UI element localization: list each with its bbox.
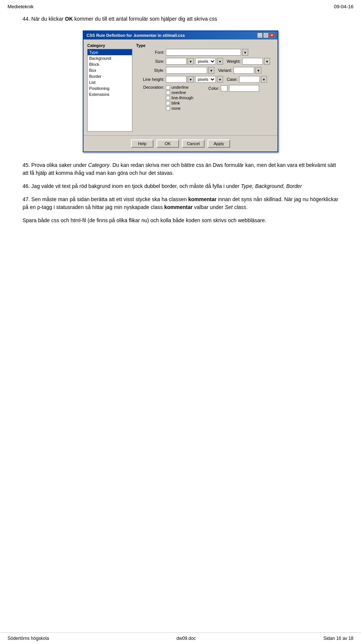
- category-item-border[interactable]: Border: [88, 73, 132, 79]
- dialog-body: Category Type Background Block Box Borde…: [83, 39, 278, 135]
- category-list: Type Background Block Box Border List Po…: [87, 49, 132, 132]
- close-button[interactable]: ✕: [269, 33, 275, 38]
- linethrough-checkbox[interactable]: [166, 96, 170, 100]
- para47-text: Sen måste man på sidan berätta att ett v…: [31, 196, 188, 202]
- para47-text4: .: [246, 204, 248, 210]
- maximize-button[interactable]: □: [263, 33, 268, 38]
- category-item-background[interactable]: Background: [88, 55, 132, 61]
- footer-left: Södertörns högskola: [8, 636, 49, 641]
- variant-dropdown-arrow[interactable]: ▼: [255, 67, 261, 74]
- para46-num: 46.: [23, 183, 30, 189]
- overline-label: overline: [171, 90, 186, 95]
- font-label: Font:: [136, 50, 164, 55]
- header-left: Medieteknik: [8, 4, 33, 9]
- main-content: 44. När du klickar OK kommer du till ett…: [0, 11, 361, 252]
- para46-italic: Type, Background, Border: [241, 183, 302, 189]
- size-unit-select[interactable]: pixels: [195, 58, 216, 65]
- category-item-box[interactable]: Box: [88, 67, 132, 73]
- style-row: Style: ▼ Variant: ▼: [136, 67, 274, 74]
- style-dropdown-arrow[interactable]: ▼: [208, 67, 214, 74]
- style-input[interactable]: [166, 67, 207, 74]
- paragraph-44: 44. När du klickar OK kommer du till ett…: [23, 15, 338, 23]
- minimize-button[interactable]: _: [257, 33, 262, 38]
- category-item-positioning[interactable]: Positioning: [88, 85, 132, 91]
- help-button[interactable]: Help: [131, 139, 153, 148]
- overline-checkbox[interactable]: [166, 91, 170, 95]
- none-checkbox[interactable]: [166, 106, 170, 111]
- decoration-linethrough: line-through: [166, 95, 193, 100]
- weight-label: Weight:: [227, 59, 241, 64]
- case-dropdown-arrow[interactable]: ▼: [261, 76, 267, 83]
- none-label: none: [171, 106, 180, 111]
- case-input[interactable]: [239, 76, 260, 83]
- para47-italic2: Set class: [225, 204, 246, 210]
- size-unit-arrow[interactable]: ▼: [217, 58, 223, 65]
- dialog-titlebar: CSS Rule Definition for .kommentar in st…: [83, 31, 278, 39]
- para46-text: Jag valde vit text på röd bakgrund inom …: [31, 183, 241, 189]
- para47-bold: kommentar: [188, 196, 216, 202]
- size-input[interactable]: [166, 58, 187, 65]
- decoration-checkboxes: underline overline line-through: [166, 85, 193, 111]
- blink-label: blink: [171, 101, 180, 105]
- page-header: Medieteknik 09-04-16: [0, 0, 361, 11]
- variant-input[interactable]: [234, 67, 254, 74]
- decoration-overline: overline: [166, 90, 193, 95]
- category-item-extensions[interactable]: Extensions: [88, 91, 132, 97]
- lineheight-label: Line height:: [136, 77, 164, 82]
- titlebar-buttons: _ □ ✕: [257, 33, 275, 38]
- lineheight-dropdown-arrow[interactable]: ▼: [188, 76, 194, 83]
- dialog-title: CSS Rule Definition for .kommentar in st…: [86, 33, 185, 38]
- paragraph-45: 45. Prova olika saker under Category. Du…: [23, 161, 338, 177]
- paragraph-48: Spara både css och html-fil (de finns på…: [23, 217, 338, 224]
- color-swatch[interactable]: [221, 85, 228, 91]
- size-dropdown-arrow[interactable]: ▼: [188, 58, 194, 65]
- size-label: Size:: [136, 59, 164, 64]
- underline-checkbox[interactable]: [166, 85, 170, 89]
- category-item-block[interactable]: Block: [88, 61, 132, 67]
- font-input[interactable]: [166, 49, 241, 56]
- decoration-none: none: [166, 106, 193, 111]
- color-input[interactable]: [229, 85, 259, 92]
- font-row: Font: ▼: [136, 49, 274, 56]
- color-section: Color:: [208, 85, 259, 92]
- category-item-type[interactable]: Type: [88, 49, 132, 55]
- underline-label: underline: [171, 85, 188, 89]
- blink-checkbox[interactable]: [166, 101, 170, 105]
- para47-bold2: kommentar: [164, 204, 193, 210]
- style-label: Style:: [136, 68, 164, 73]
- dialog-screenshot-container: CSS Rule Definition for .kommentar in st…: [23, 30, 338, 152]
- type-panel: Type Font: ▼ Size: ▼ pixels: [136, 43, 274, 132]
- ok-button[interactable]: OK: [156, 139, 179, 148]
- decoration-blink: blink: [166, 101, 193, 105]
- font-dropdown-arrow[interactable]: ▼: [242, 49, 248, 56]
- decoration-underline: underline: [166, 85, 193, 89]
- linethrough-label: line-through: [171, 95, 193, 100]
- paragraph-47: 47. Sen måste man på sidan berätta att e…: [23, 195, 338, 211]
- type-label: Type: [136, 43, 274, 48]
- category-panel: Category Type Background Block Box Borde…: [87, 43, 132, 132]
- header-right: 09-04-16: [334, 4, 353, 9]
- cancel-button[interactable]: Cancel: [182, 139, 205, 148]
- color-label: Color:: [208, 86, 219, 91]
- page-footer: Södertörns högskola dw09.doc Sidan 16 av…: [0, 632, 361, 644]
- dialog-footer: Help OK Cancel Apply: [83, 135, 278, 152]
- lineheight-unit-select[interactable]: pixels: [195, 76, 216, 83]
- para47-text3: valbar under: [193, 204, 225, 210]
- size-row: Size: ▼ pixels ▼ Weight: ▼: [136, 58, 274, 65]
- footer-center: dw09.doc: [176, 636, 196, 641]
- apply-button[interactable]: Apply: [208, 139, 230, 148]
- lineheight-input[interactable]: [166, 76, 187, 83]
- decoration-label: Decoration:: [136, 85, 164, 89]
- weight-dropdown-arrow[interactable]: ▼: [264, 58, 270, 65]
- paragraph-46: 46. Jag valde vit text på röd bakgrund i…: [23, 182, 338, 190]
- category-label: Category: [87, 43, 132, 48]
- case-label: Case:: [227, 77, 238, 82]
- css-rule-dialog: CSS Rule Definition for .kommentar in st…: [83, 30, 278, 152]
- category-item-list[interactable]: List: [88, 79, 132, 85]
- lineheight-unit-arrow[interactable]: ▼: [217, 76, 223, 83]
- variant-label: Variant:: [218, 68, 232, 73]
- weight-input[interactable]: [242, 58, 263, 65]
- decoration-row: Decoration: underline overline: [136, 85, 274, 111]
- lineheight-row: Line height: ▼ pixels ▼ Case: ▼: [136, 76, 274, 83]
- para47-num: 47.: [23, 196, 30, 202]
